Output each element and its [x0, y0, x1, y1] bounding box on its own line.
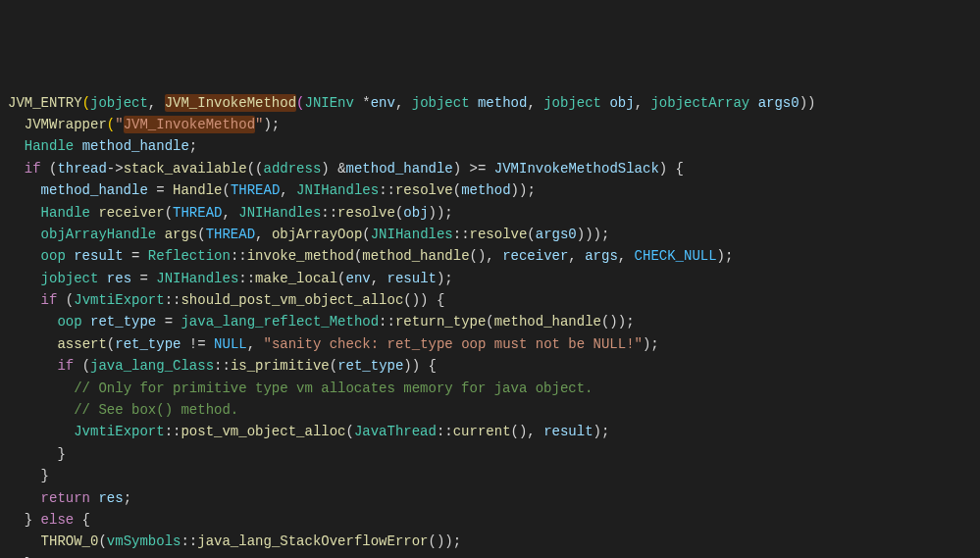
const: THREAD	[231, 182, 280, 198]
ident: obj	[403, 205, 428, 221]
keyword: if	[25, 161, 41, 177]
code-line: if (thread->stack_available((address) &m…	[8, 158, 972, 179]
keyword: if	[57, 358, 74, 374]
namespace: vmSymbols	[107, 533, 181, 549]
string-literal: "sanity check: ret_type oop must not be …	[264, 336, 643, 352]
ident: args	[585, 248, 618, 264]
namespace: java_lang_Class	[90, 358, 214, 374]
code-line: Handle method_handle;	[8, 135, 972, 157]
ident: args0	[536, 227, 577, 242]
namespace: Reflection	[148, 248, 231, 264]
ident: receiver	[502, 248, 568, 264]
func-call: args	[165, 227, 198, 242]
type: JNIEnv	[304, 95, 362, 111]
param: obj	[609, 95, 634, 111]
ident: thread	[57, 161, 106, 177]
code-line: } else {	[8, 509, 972, 531]
param: args0	[758, 95, 799, 111]
type: Handle	[25, 138, 82, 154]
code-line: method_handle = Handle(THREAD, JNIHandle…	[8, 179, 972, 201]
type: jobject	[90, 95, 148, 111]
code-editor-view[interactable]: JVM_ENTRY(jobject, JVM_InvokeMethod(JNIE…	[8, 92, 972, 558]
code-line: objArrayHandle args(THREAD, objArrayOop(…	[8, 224, 972, 245]
ident: result	[387, 271, 437, 286]
namespace: java_lang_reflect_Method	[181, 314, 379, 330]
type: objArrayHandle	[41, 227, 165, 242]
const: THREAD	[173, 205, 222, 221]
macro-call: THROW_0	[41, 533, 99, 549]
ident: ret_type	[337, 358, 403, 374]
code-line: // See box() method.	[8, 399, 972, 421]
code-line: JVMWrapper("JVM_InvokeMethod");	[8, 114, 972, 135]
namespace: JavaThread	[354, 424, 437, 439]
method-call: method_handle	[494, 314, 601, 330]
code-line: oop ret_type = java_lang_reflect_Method:…	[8, 311, 972, 332]
method-call: stack_available	[124, 161, 247, 177]
namespace: JvmtiExport	[74, 424, 164, 439]
var-decl: res	[107, 271, 131, 286]
type: jobject	[543, 95, 609, 111]
namespace: JNIHandles	[296, 182, 379, 198]
const: THREAD	[206, 227, 255, 242]
keyword: else	[41, 512, 75, 528]
code-line: }	[8, 553, 972, 558]
ident: result	[543, 424, 593, 439]
code-line: }	[8, 443, 972, 465]
code-line: oop result = Reflection::invoke_method(m…	[8, 245, 972, 267]
comment: // Only for primitive type vm allocates …	[74, 380, 593, 396]
method-call: resolve	[470, 227, 528, 242]
code-line: return res;	[8, 487, 972, 509]
code-line: JvmtiExport::post_vm_object_alloc(JavaTh…	[8, 421, 972, 442]
code-line: // Only for primitive type vm allocates …	[8, 378, 972, 399]
macro-call: JVM_ENTRY	[8, 95, 82, 111]
method-call: java_lang_StackOverflowError	[197, 533, 428, 549]
var-decl: method_handle	[82, 138, 189, 154]
code-line: if (JvmtiExport::should_post_vm_object_a…	[8, 289, 972, 311]
func-call: Handle	[173, 182, 222, 198]
code-line: jobject res = JNIHandles::make_local(env…	[8, 268, 972, 289]
type: jobject	[41, 271, 107, 286]
func-call: objArrayOop	[272, 227, 362, 242]
paren: (	[82, 95, 90, 111]
code-line: JVM_ENTRY(jobject, JVM_InvokeMethod(JNIE…	[8, 92, 972, 114]
method-call: post_vm_object_alloc	[181, 424, 345, 439]
highlighted-string: JVM_InvokeMethod	[124, 116, 255, 133]
func-call: receiver	[98, 205, 164, 221]
type: oop	[41, 248, 75, 264]
paren: (	[107, 117, 115, 132]
code-line: THROW_0(vmSymbols::java_lang_StackOverfl…	[8, 531, 972, 552]
code-line: assert(ret_type != NULL, "sanity check: …	[8, 333, 972, 355]
method-call: method_handle	[362, 248, 469, 264]
namespace: JNIHandles	[156, 271, 238, 286]
method-call: make_local	[255, 271, 337, 286]
ident: JVMInvokeMethodSlack	[494, 161, 659, 177]
method-call: is_primitive	[231, 358, 330, 374]
type: jobject	[412, 95, 478, 111]
var-decl: ret_type	[90, 314, 156, 330]
type: Handle	[41, 205, 99, 221]
code-line: Handle receiver(THREAD, JNIHandles::reso…	[8, 202, 972, 224]
method-call: return_type	[395, 314, 486, 330]
var-decl: result	[74, 248, 123, 264]
ident: res	[98, 490, 123, 506]
method-call: resolve	[337, 205, 395, 221]
ident: method	[461, 182, 510, 198]
method-call: invoke_method	[247, 248, 354, 264]
keyword: if	[41, 292, 58, 308]
comment: // See box() method.	[74, 402, 238, 418]
const: CHECK_NULL	[635, 248, 717, 264]
ident: ret_type	[115, 336, 181, 352]
ident: env	[346, 271, 371, 286]
type: address	[264, 161, 322, 177]
method-call: resolve	[395, 182, 453, 198]
code-line: }	[8, 465, 972, 486]
ident: method_handle	[41, 182, 148, 198]
func-call: assert	[57, 336, 106, 352]
namespace: JvmtiExport	[74, 292, 164, 308]
func-call: JVMWrapper	[25, 117, 107, 132]
code-line: if (java_lang_Class::is_primitive(ret_ty…	[8, 355, 972, 377]
const: NULL	[214, 336, 247, 352]
method-call: current	[453, 424, 511, 439]
param: method	[478, 95, 527, 111]
namespace: JNIHandles	[238, 205, 321, 221]
